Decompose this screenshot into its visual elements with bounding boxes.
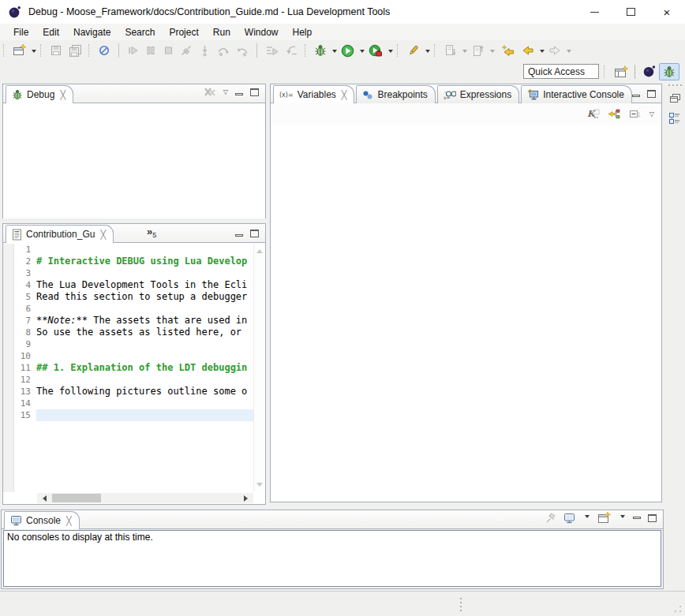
window-close-button[interactable]: × — [649, 0, 685, 24]
tab-debug-close-icon[interactable]: ╳ — [60, 90, 66, 100]
resume-button — [124, 42, 142, 59]
pen-marker-dropdown[interactable] — [425, 50, 430, 55]
interactive-console-icon — [527, 89, 539, 100]
restore-view-icon[interactable] — [666, 89, 683, 106]
variables-view-menu-icon[interactable]: ▽ — [649, 111, 654, 118]
tab-contribution-guide[interactable]: Contribution_Gu ╳ — [6, 225, 114, 243]
variables-icon: (x)= — [279, 91, 294, 99]
show-logical-structures-icon[interactable] — [608, 108, 621, 120]
editor-tabrow: Contribution_Gu ╳ »5 — [3, 224, 265, 243]
open-console-icon[interactable] — [597, 512, 611, 524]
step-into-button — [196, 42, 214, 59]
disconnect-button — [177, 42, 196, 59]
debug-perspective-button[interactable] — [659, 63, 679, 80]
view-bar-drag-handle[interactable] — [664, 84, 685, 86]
line-number-ruler[interactable]: 1 2 3 4 5 6 7 8 9 10 11 12 13 14 15 — [14, 244, 36, 492]
editor-minimize-icon[interactable] — [235, 234, 243, 237]
toolbar-drag-handle[interactable] — [40, 44, 43, 57]
last-edit-location-button[interactable] — [499, 42, 518, 59]
new-wizard-dropdown[interactable] — [32, 50, 36, 55]
variables-minimize-icon[interactable] — [632, 95, 640, 97]
code-line-heading: # Interactive DEBUG using Lua Develop — [36, 256, 253, 267]
tab-console-close-icon[interactable]: ╳ — [66, 516, 72, 526]
use-step-filters-button — [262, 42, 282, 59]
external-tools-button[interactable] — [365, 42, 386, 59]
menu-project[interactable]: Project — [162, 25, 205, 39]
menu-file[interactable]: File — [6, 25, 36, 39]
debug-view-maximize-icon[interactable] — [250, 88, 259, 96]
window-minimize-button[interactable] — [576, 0, 612, 24]
tab-interactive-console[interactable]: Interactive Console — [521, 85, 632, 103]
menu-run[interactable]: Run — [206, 25, 238, 39]
scroll-up-icon[interactable] — [256, 246, 263, 253]
toolbar-drag-handle[interactable] — [397, 44, 399, 57]
forward-dropdown — [567, 50, 571, 55]
editor-horizontal-scrollbar[interactable] — [37, 493, 253, 503]
current-line-highlight — [36, 409, 253, 421]
toolbar-drag-handle[interactable] — [88, 44, 91, 57]
quick-access-input[interactable]: Quick Access — [523, 64, 599, 79]
display-selected-console-icon[interactable] — [563, 513, 575, 524]
tab-variables-close-icon[interactable]: ╳ — [342, 90, 347, 100]
tab-expressions[interactable]: x= Expressions — [437, 85, 519, 103]
menu-help[interactable]: Help — [286, 25, 320, 39]
console-minimize-icon[interactable] — [633, 517, 641, 519]
tab-debug[interactable]: Debug ╳ — [6, 85, 73, 103]
code-line — [36, 244, 253, 256]
console-maximize-icon[interactable] — [648, 514, 657, 522]
tab-variables[interactable]: (x)= Variables ╳ — [273, 85, 354, 103]
debug-view-tabrow: Debug ╳ ▽ — [3, 84, 265, 103]
open-console-dropdown[interactable] — [620, 515, 625, 521]
tab-expressions-label: Expressions — [460, 89, 511, 100]
window-resize-grip[interactable] — [674, 605, 682, 613]
back-dropdown[interactable] — [540, 50, 545, 55]
debug-view-menu-icon[interactable]: ▽ — [223, 89, 228, 95]
debug-view-minimize-icon[interactable] — [235, 93, 243, 95]
menu-edit[interactable]: Edit — [36, 25, 66, 39]
outline-view-icon[interactable] — [666, 110, 683, 127]
editor-vertical-scrollbar[interactable] — [253, 244, 265, 492]
debug-view-content[interactable] — [3, 103, 265, 218]
external-tools-dropdown[interactable] — [388, 50, 393, 55]
toolbar-drag-handle[interactable] — [3, 44, 6, 57]
back-button[interactable] — [518, 42, 537, 59]
console-icon — [10, 515, 22, 526]
scroll-right-icon[interactable] — [244, 495, 251, 502]
skip-all-breakpoints-button[interactable] — [95, 42, 114, 59]
collapse-all-icon[interactable] — [629, 108, 642, 120]
tab-contribution-guide-close-icon[interactable]: ╳ — [100, 230, 106, 240]
menu-search[interactable]: Search — [118, 25, 162, 39]
console-content[interactable]: No consoles to display at this time. — [3, 530, 661, 587]
show-type-names-icon[interactable]: K — [586, 108, 600, 120]
open-perspective-button[interactable] — [611, 63, 631, 80]
run-button[interactable] — [338, 42, 357, 59]
window-title: Debug - Moose_Framework/docs/Contributio… — [28, 6, 390, 17]
sash-drag-handle[interactable] — [460, 598, 462, 611]
window-maximize-button[interactable] — [612, 0, 649, 24]
menu-window[interactable]: Window — [238, 25, 286, 39]
pen-marker-button[interactable] — [403, 42, 423, 59]
editor-code-area[interactable]: 1 2 3 4 5 6 7 8 9 10 11 12 13 14 15 # In… — [3, 244, 265, 492]
expressions-icon: x= — [444, 90, 456, 100]
toolbar-drag-handle[interactable] — [305, 44, 307, 57]
annotation-ruler[interactable] — [3, 244, 14, 492]
tab-console[interactable]: Console ╳ — [4, 511, 80, 529]
display-selected-console-dropdown[interactable] — [585, 515, 590, 521]
lua-perspective-button[interactable] — [638, 63, 659, 80]
variables-content[interactable] — [271, 125, 661, 502]
debug-dropdown[interactable] — [332, 50, 337, 55]
menu-navigate[interactable]: Navigate — [66, 25, 118, 39]
editor-maximize-icon[interactable] — [250, 230, 259, 237]
horizontal-scroll-thumb[interactable] — [52, 494, 101, 502]
debug-button[interactable] — [311, 42, 330, 59]
tab-breakpoints[interactable]: Breakpoints — [356, 85, 435, 103]
hidden-editors-chevron[interactable]: »5 — [147, 226, 156, 242]
previous-annotation-dropdown — [490, 50, 495, 55]
variables-maximize-icon[interactable] — [647, 90, 656, 98]
toolbar-drag-handle[interactable] — [604, 65, 606, 78]
scroll-left-icon[interactable] — [39, 495, 47, 502]
scroll-down-icon[interactable] — [256, 483, 263, 490]
new-wizard-button[interactable] — [9, 42, 29, 59]
toolbar-drag-handle[interactable] — [434, 44, 436, 57]
run-dropdown[interactable] — [360, 50, 365, 55]
